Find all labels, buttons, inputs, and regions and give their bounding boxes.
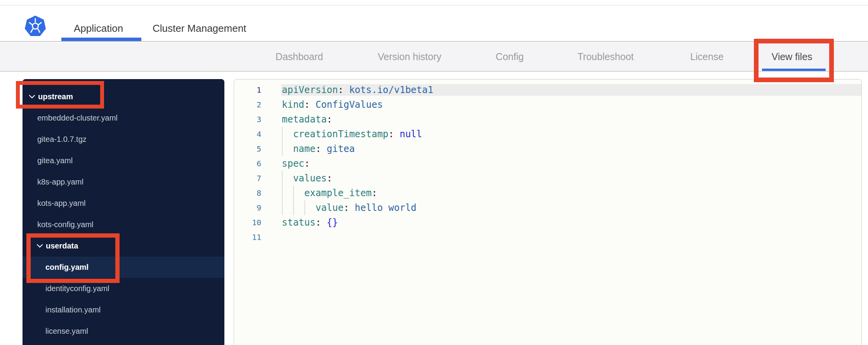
line-number: 11 (234, 230, 261, 245)
line-number: 10 (234, 215, 261, 230)
kubernetes-logo-icon (24, 15, 47, 38)
yaml-editor: 1apiVersion: kots.io/v1beta12kind: Confi… (234, 79, 861, 245)
code-text: example_item: (282, 186, 377, 200)
line-number: 1 (234, 83, 261, 97)
code-text: kind: ConfigValues (282, 97, 383, 112)
line-number: 3 (234, 112, 261, 127)
code-text: name: gitea (282, 141, 355, 156)
tree-item-label: embedded-cluster.yaml (37, 114, 118, 122)
code-text: value: hello world (282, 200, 417, 215)
code-line-10: 10status: {} (234, 215, 861, 230)
chevron-down-icon (29, 95, 35, 98)
code-text: apiVersion: kots.io/v1beta1 (282, 83, 433, 97)
kots-admin-console: Application Cluster Management Dashboard… (0, 0, 868, 345)
tree-item-embedded-cluster-yaml[interactable]: embedded-cluster.yaml (23, 107, 224, 129)
code-line-4: 4 creationTimestamp: null (234, 127, 861, 141)
code-line-2: 2kind: ConfigValues (234, 97, 861, 112)
app-subnav: Dashboard Version history Config Trouble… (0, 43, 868, 72)
tree-item-label: license.yaml (45, 327, 88, 336)
subnav-license[interactable]: License (690, 43, 724, 71)
tree-item-userdata[interactable]: userdata (23, 235, 224, 257)
code-line-5: 5 name: gitea (234, 141, 861, 156)
chevron-down-icon (37, 244, 43, 248)
file-viewer-panel[interactable]: 1apiVersion: kots.io/v1beta12kind: Confi… (234, 79, 862, 345)
tree-item-label: upstream (38, 92, 73, 101)
tree-item-label: identityconfig.yaml (45, 284, 109, 293)
tree-item-label: config.yaml (45, 263, 89, 272)
line-number: 6 (234, 156, 261, 171)
code-line-1: 1apiVersion: kots.io/v1beta1 (234, 83, 861, 97)
code-text: creationTimestamp: null (282, 127, 422, 141)
line-number: 9 (234, 200, 261, 215)
tree-item-config-yaml[interactable]: config.yaml (23, 257, 224, 278)
tree-item-license-yaml[interactable]: license.yaml (23, 321, 224, 342)
file-tree-sidebar: upstreamembedded-cluster.yamlgitea-1.0.7… (23, 79, 224, 345)
tree-item-label: k8s-app.yaml (37, 178, 83, 186)
subnav-version-history[interactable]: Version history (378, 43, 441, 71)
tree-item-upstream[interactable]: upstream (23, 86, 224, 107)
view-files-active-underline (762, 69, 826, 71)
code-text: status: {} (282, 215, 338, 230)
tab-application[interactable]: Application (74, 22, 123, 34)
line-number: 4 (234, 127, 261, 141)
subnav-troubleshoot[interactable]: Troubleshoot (578, 43, 634, 71)
tab-cluster-management[interactable]: Cluster Management (153, 22, 246, 34)
tree-item-identityconfig-yaml[interactable]: identityconfig.yaml (23, 278, 224, 299)
tree-item-gitea-1-0-7-tgz[interactable]: gitea-1.0.7.tgz (23, 129, 224, 150)
app-header: Application Cluster Management (0, 5, 868, 42)
active-tab-underline (61, 38, 141, 41)
code-line-7: 7 values: (234, 171, 861, 186)
tree-item-label: gitea-1.0.7.tgz (37, 135, 87, 144)
subnav-view-files[interactable]: View files (771, 43, 812, 71)
tree-item-label: installation.yaml (45, 305, 101, 314)
tree-item-label: kots-app.yaml (37, 199, 86, 208)
tree-item-kots-config-yaml[interactable]: kots-config.yaml (23, 214, 224, 235)
tree-item-label: userdata (46, 242, 78, 250)
code-line-8: 8 example_item: (234, 186, 861, 200)
code-line-9: 9 value: hello world (234, 200, 861, 215)
subnav-dashboard[interactable]: Dashboard (276, 43, 323, 71)
code-line-6: 6spec: (234, 156, 861, 171)
code-text: spec: (282, 156, 310, 171)
tree-item-installation-yaml[interactable]: installation.yaml (23, 299, 224, 321)
code-text: values: (282, 171, 332, 186)
tree-item-label: kots-config.yaml (37, 220, 94, 229)
line-number: 5 (234, 141, 261, 156)
tree-item-k8s-app-yaml[interactable]: k8s-app.yaml (23, 171, 224, 193)
tree-item-label: gitea.yaml (37, 156, 73, 165)
code-text: metadata: (282, 112, 332, 127)
code-line-11: 11 (234, 230, 861, 245)
tree-item-kots-app-yaml[interactable]: kots-app.yaml (23, 193, 224, 214)
line-number: 8 (234, 186, 261, 200)
line-number: 7 (234, 171, 261, 186)
subnav-config[interactable]: Config (496, 43, 524, 71)
tree-item-gitea-yaml[interactable]: gitea.yaml (23, 150, 224, 171)
code-line-3: 3metadata: (234, 112, 861, 127)
line-number: 2 (234, 97, 261, 112)
